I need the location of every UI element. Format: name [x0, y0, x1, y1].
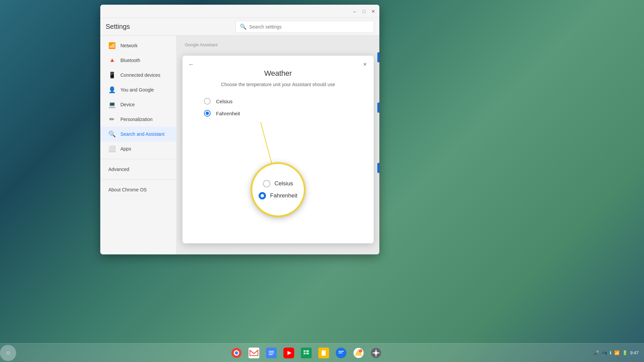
weather-dialog: ← × Weather Choose the temperature unit …: [182, 56, 374, 243]
person-icon: 👤: [108, 86, 115, 94]
magnifier-annotation: Celsius Fahrenheit: [251, 163, 305, 217]
sidebar-divider: [100, 159, 176, 159]
taskbar-app-photos[interactable]: [351, 345, 367, 361]
sidebar-item-device[interactable]: 💻 Device: [100, 97, 176, 112]
taskbar-app-sheets[interactable]: [298, 345, 314, 361]
sidebar-item-bluetooth[interactable]: 🔺 Bluetooth: [100, 53, 176, 68]
taskbar-app-youtube[interactable]: [281, 345, 297, 361]
svg-rect-19: [338, 351, 344, 352]
taskbar-app-chat[interactable]: [333, 345, 349, 361]
dialog-title: Weather: [199, 69, 358, 78]
device-icon: 📱: [108, 71, 115, 79]
mag-celsius-radio: [263, 180, 270, 187]
temperature-radio-group: Celsius Fahrenheit: [199, 98, 358, 117]
taskbar: ○ 🎤 📺 ℹ 📶 🔋: [0, 343, 644, 362]
svg-rect-17: [322, 350, 326, 356]
svg-rect-6: [269, 351, 274, 352]
search-bar[interactable]: 🔍: [235, 21, 374, 33]
sidebar-item-about[interactable]: About Chrome OS: [100, 182, 176, 197]
wifi-icon: 📶: [108, 42, 115, 49]
svg-rect-8: [269, 354, 273, 355]
taskbar-right: 🎤 📺 ℹ 📶 🔋 9:47: [594, 350, 644, 355]
mag-fahrenheit-label: Fahrenheit: [270, 192, 297, 199]
taskbar-app-settings[interactable]: [368, 345, 384, 361]
taskbar-apps: [19, 345, 594, 361]
system-time[interactable]: 9:47: [630, 350, 639, 355]
svg-point-3: [235, 351, 238, 355]
laptop-icon: 💻: [108, 101, 115, 108]
fahrenheit-option[interactable]: Fahrenheit: [204, 110, 352, 117]
settings-body: 📶 Network 🔺 Bluetooth 📱 Connected device…: [100, 36, 379, 254]
settings-window: – □ ✕ Settings 🔍 📶 Network 🔺 Bluetooth 📱…: [100, 5, 379, 254]
sidebar-item-network[interactable]: 📶 Network: [100, 38, 176, 53]
maximize-button[interactable]: □: [361, 8, 367, 15]
mag-celsius-item: Celsius: [263, 180, 293, 187]
sidebar: 📶 Network 🔺 Bluetooth 📱 Connected device…: [100, 36, 177, 254]
search-icon: 🔍: [240, 23, 247, 30]
taskbar-app-chrome[interactable]: [228, 345, 245, 361]
svg-point-24: [374, 351, 378, 355]
wifi-status-icon: 📶: [614, 350, 620, 355]
launcher-button[interactable]: ○: [0, 345, 16, 361]
mic-icon: 🎤: [594, 350, 599, 355]
dialog-overlay: ← × Weather Choose the temperature unit …: [177, 36, 379, 254]
search-nav-icon: 🔍: [108, 130, 115, 138]
sidebar-item-apps[interactable]: ⬜ Apps: [100, 141, 176, 156]
svg-rect-15: [306, 353, 309, 354]
settings-title: Settings: [106, 23, 235, 31]
back-button[interactable]: ←: [186, 60, 196, 69]
close-window-button[interactable]: ✕: [370, 8, 377, 15]
sidebar-divider-2: [100, 179, 176, 180]
taskbar-app-docs[interactable]: [263, 345, 279, 361]
celsius-radio[interactable]: [204, 98, 211, 105]
sidebar-item-connected-devices[interactable]: 📱 Connected devices: [100, 68, 176, 82]
window-controls: – □ ✕: [351, 8, 377, 15]
bluetooth-icon: 🔺: [108, 57, 115, 64]
sidebar-item-personalization[interactable]: ✏ Personalization: [100, 112, 176, 127]
svg-rect-20: [338, 353, 342, 353]
search-input[interactable]: [249, 24, 370, 29]
taskbar-app-keep[interactable]: [316, 345, 332, 361]
pencil-icon: ✏: [108, 116, 115, 123]
apps-icon: ⬜: [108, 145, 115, 153]
svg-rect-12: [304, 350, 306, 352]
mag-fahrenheit-radio: [259, 192, 266, 199]
svg-point-22: [359, 349, 362, 353]
sidebar-item-advanced[interactable]: Advanced: [100, 162, 176, 177]
mag-fahrenheit-item: Fahrenheit: [259, 192, 297, 199]
svg-rect-14: [304, 353, 306, 354]
svg-rect-13: [306, 350, 309, 352]
dialog-subtitle: Choose the temperature unit your Assista…: [199, 82, 358, 87]
dialog-content: Weather Choose the temperature unit your…: [182, 56, 374, 127]
main-content: Google Assistant ← × Weather Choose the …: [177, 36, 379, 254]
window-titlebar: – □ ✕: [100, 5, 379, 18]
taskbar-app-gmail[interactable]: [246, 345, 262, 361]
mag-celsius-label: Celsius: [274, 180, 293, 187]
settings-header: Settings 🔍: [100, 18, 379, 36]
battery-icon: 🔋: [622, 350, 628, 355]
cast-icon: 📺: [602, 350, 607, 355]
fahrenheit-radio[interactable]: [204, 110, 211, 117]
minimize-button[interactable]: –: [351, 8, 358, 15]
celsius-option[interactable]: Celsius: [204, 98, 352, 105]
svg-rect-7: [269, 353, 274, 353]
info-icon: ℹ: [610, 350, 611, 355]
sidebar-item-search-and-assistant[interactable]: 🔍 Search and Assistant: [100, 127, 176, 141]
sidebar-item-you-and-google[interactable]: 👤 You and Google: [100, 82, 176, 97]
dialog-close-button[interactable]: ×: [360, 60, 370, 69]
